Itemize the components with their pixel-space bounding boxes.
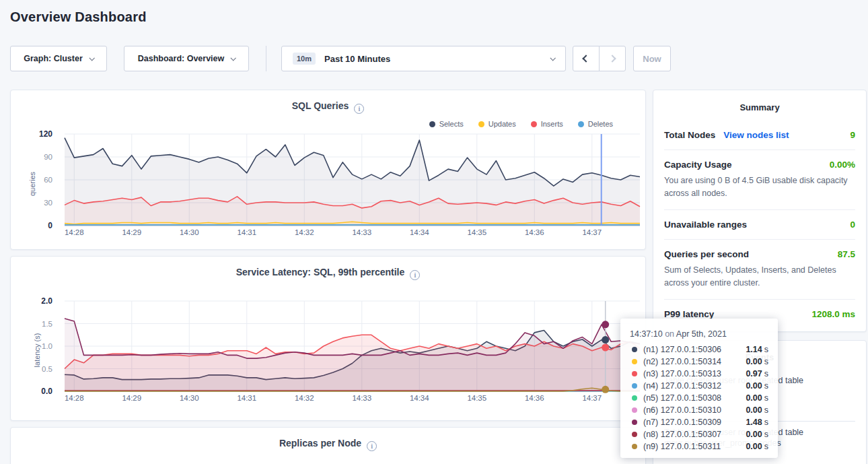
- tooltip-row: (n8) 127.0.0.1:503070.00s: [630, 428, 768, 440]
- time-back-button[interactable]: [573, 46, 600, 71]
- info-icon[interactable]: i: [367, 441, 377, 451]
- legend-dot: [531, 121, 537, 127]
- queries-per-second-description: Sum of Selects, Updates, Inserts, and De…: [664, 264, 855, 290]
- info-icon[interactable]: i: [410, 270, 420, 280]
- x-tick-label: 14:35: [467, 394, 486, 402]
- tooltip-row: (n1) 127.0.0.1:503061.14s: [630, 343, 768, 356]
- x-tick-label: 14:33: [352, 228, 371, 236]
- view-nodes-list-link[interactable]: View nodes list: [723, 130, 789, 140]
- time-range-badge: 10m: [293, 53, 316, 65]
- series-dot: [632, 407, 637, 413]
- x-tick-label: 14:32: [295, 394, 314, 402]
- chart-title-row: Service Latency: SQL, 99th percentilei: [11, 267, 645, 280]
- x-tick-label: 14:29: [122, 394, 141, 402]
- sql-queries-title: SQL Queries: [292, 100, 349, 111]
- queries-per-second-value: 87.5: [838, 249, 855, 259]
- series-dot: [632, 371, 637, 376]
- tooltip-row: (n2) 127.0.0.1:503140.00s: [630, 356, 768, 368]
- y-tick-label: 0: [48, 221, 52, 230]
- time-range-label: Past 10 Minutes: [324, 54, 390, 64]
- x-tick-label: 14:36: [525, 394, 544, 402]
- capacity-usage-value: 0.00%: [830, 160, 855, 170]
- service-latency-plot[interactable]: [65, 301, 640, 391]
- legend-item[interactable]: Deletes: [578, 120, 613, 128]
- divider: [664, 299, 855, 300]
- queries-per-second-row: Queries per second 87.5: [664, 249, 855, 259]
- queries-per-second-label: Queries per second: [664, 249, 749, 259]
- series-dot: [632, 359, 637, 364]
- tooltip-row: (n7) 127.0.0.1:503091.48s: [630, 416, 768, 428]
- series-dot: [632, 347, 637, 352]
- x-tick-label: 14:28: [65, 228, 84, 236]
- chevron-down-icon: [550, 55, 555, 61]
- chevron-right-icon: [608, 55, 616, 62]
- divider: [664, 239, 855, 240]
- y-axis-ticks: 0306090120: [11, 134, 59, 226]
- legend-item[interactable]: Updates: [478, 120, 516, 128]
- x-tick-label: 14:37: [582, 228, 602, 236]
- divider: [664, 209, 855, 210]
- legend-label: Selects: [439, 120, 464, 128]
- legend-item[interactable]: Inserts: [531, 120, 563, 128]
- summary-panel: Summary Total Nodes View nodes list 9 Ca…: [653, 90, 867, 332]
- tooltip-row: (n4) 127.0.0.1:503120.00s: [630, 380, 768, 392]
- series-dot: [632, 395, 637, 401]
- x-tick-label: 14:31: [237, 394, 256, 402]
- info-icon[interactable]: i: [354, 104, 364, 114]
- total-nodes-value: 9: [850, 130, 855, 140]
- y-tick-label: 30: [44, 199, 52, 207]
- x-axis-ticks: 14:2814:2914:3014:3114:3214:3314:3414:35…: [65, 228, 640, 239]
- series-dot: [632, 420, 637, 425]
- overview-dashboard-page: Overview Dashboard Graph: Cluster Dashbo…: [0, 0, 868, 464]
- tooltip-row: (n3) 127.0.0.1:503130.97s: [630, 368, 768, 380]
- tooltip-timestamp: 14:37:10 on Apr 5th, 2021: [630, 329, 768, 339]
- sql-queries-plot[interactable]: [65, 134, 640, 226]
- y-tick-label: 90: [44, 153, 52, 161]
- x-tick-label: 14:35: [467, 228, 486, 236]
- time-range-selector[interactable]: 10m Past 10 Minutes: [281, 46, 566, 71]
- series-dot: [632, 432, 637, 437]
- unavailable-ranges-label: Unavailable ranges: [664, 220, 747, 230]
- x-tick-label: 14:30: [180, 228, 199, 236]
- divider: [664, 150, 855, 150]
- x-tick-label: 14:34: [410, 228, 429, 236]
- legend-dot: [429, 121, 435, 127]
- x-axis-ticks: 14:2814:2914:3014:3114:3214:3314:3414:35…: [65, 394, 640, 405]
- chart-title-row: Replicas per Nodei: [11, 438, 645, 451]
- capacity-usage-label: Capacity Usage: [664, 160, 732, 170]
- x-tick-label: 14:33: [352, 394, 371, 402]
- unavailable-ranges-value: 0: [850, 220, 855, 230]
- y-tick-label: 2.0: [41, 296, 52, 306]
- service-latency-title: Service Latency: SQL, 99th percentile: [236, 267, 405, 277]
- x-tick-label: 14:36: [525, 228, 544, 236]
- legend-label: Deletes: [588, 120, 613, 128]
- dashboard-dropdown-label: Dashboard: Overview: [138, 54, 225, 63]
- graph-dropdown-label: Graph: Cluster: [24, 54, 83, 63]
- tooltip-row: (n6) 127.0.0.1:503100.00s: [630, 404, 768, 416]
- y-tick-label: 120: [39, 129, 52, 139]
- y-axis-ticks: 0.00.51.01.52.0: [11, 301, 59, 391]
- series-dot: [632, 444, 637, 449]
- chevron-down-icon: [89, 55, 94, 61]
- controls-divider: [266, 46, 266, 71]
- x-tick-label: 14:31: [237, 228, 256, 236]
- total-nodes-row: Total Nodes View nodes list 9: [664, 130, 855, 140]
- total-nodes-label: Total Nodes: [664, 130, 715, 140]
- p99-latency-row: P99 latency 1208.0 ms: [664, 309, 855, 319]
- p99-latency-value: 1208.0 ms: [811, 309, 855, 319]
- replicas-per-node-title: Replicas per Node: [279, 438, 361, 449]
- legend-label: Inserts: [541, 120, 563, 128]
- legend-item[interactable]: Selects: [429, 120, 464, 128]
- sql-queries-legend: SelectsUpdatesInsertsDeletes: [429, 120, 613, 128]
- graph-dropdown[interactable]: Graph: Cluster: [10, 46, 107, 71]
- chart-hover-tooltip: 14:37:10 on Apr 5th, 2021 (n1) 127.0.0.1…: [620, 319, 778, 458]
- dashboard-dropdown[interactable]: Dashboard: Overview: [124, 46, 249, 71]
- x-tick-label: 14:28: [65, 394, 84, 402]
- x-tick-label: 14:37: [582, 394, 602, 402]
- time-forward-button[interactable]: [599, 46, 626, 71]
- chevron-left-icon: [582, 55, 589, 62]
- service-latency-chart-card: Service Latency: SQL, 99th percentilei l…: [10, 256, 646, 421]
- summary-title: Summary: [664, 102, 855, 112]
- page-title: Overview Dashboard: [10, 9, 147, 25]
- now-button[interactable]: Now: [633, 46, 671, 71]
